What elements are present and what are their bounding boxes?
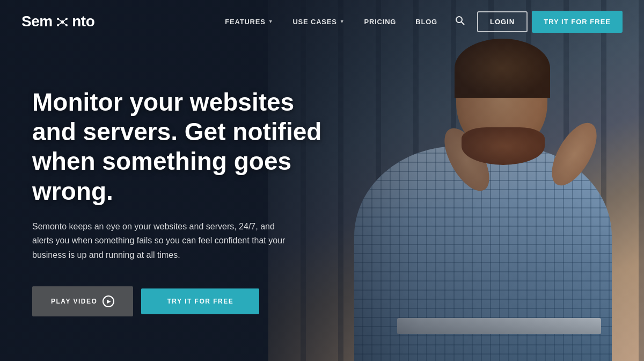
svg-line-10: [462, 22, 464, 25]
hero-headline: Monitor your websites and servers. Get n…: [32, 88, 343, 206]
play-video-button[interactable]: PLAY VIDEO ▶: [32, 286, 133, 316]
hero-content: Monitor your websites and servers. Get n…: [0, 0, 644, 361]
nav-item-blog[interactable]: BLOG: [406, 12, 447, 31]
logo-molecule-icon: [56, 16, 68, 28]
try-free-button[interactable]: TRY IT FOR FREE: [141, 288, 259, 314]
logo[interactable]: Sem nto: [21, 13, 94, 30]
nav-item-use-cases[interactable]: USE CASES ▼: [283, 12, 354, 31]
nav-item-try-free[interactable]: TRY IT FOR FREE: [532, 17, 623, 26]
logo-text: Sem nto: [21, 13, 94, 30]
nav-links: FEATURES ▼ USE CASES ▼ PRICING BLOG: [215, 12, 623, 31]
hero-subtext: Semonto keeps an eye on your websites an…: [32, 220, 295, 262]
nav-link-use-cases[interactable]: USE CASES ▼: [283, 12, 354, 31]
play-icon: ▶: [103, 295, 114, 307]
nav-search-item[interactable]: [447, 16, 473, 27]
use-cases-dropdown-arrow: ▼: [340, 19, 345, 24]
nav-link-blog[interactable]: BLOG: [406, 12, 447, 31]
svg-line-6: [62, 19, 67, 22]
nav-item-pricing[interactable]: PRICING: [354, 12, 406, 31]
navbar: Sem nto FEATURES ▼ USE C: [0, 0, 644, 43]
hero-buttons: PLAY VIDEO ▶ TRY IT FOR FREE: [32, 286, 644, 316]
nav-link-try-free[interactable]: TRY IT FOR FREE: [532, 11, 623, 33]
svg-line-7: [58, 22, 62, 25]
svg-line-5: [58, 19, 62, 22]
svg-line-8: [62, 22, 67, 25]
search-icon[interactable]: [447, 12, 473, 32]
nav-link-pricing[interactable]: PRICING: [354, 12, 406, 31]
nav-link-login[interactable]: LOGIN: [477, 11, 528, 32]
features-dropdown-arrow: ▼: [268, 19, 274, 24]
nav-link-features[interactable]: FEATURES ▼: [215, 12, 283, 31]
nav-item-login[interactable]: LOGIN: [473, 17, 532, 26]
nav-item-features[interactable]: FEATURES ▼: [215, 12, 283, 31]
